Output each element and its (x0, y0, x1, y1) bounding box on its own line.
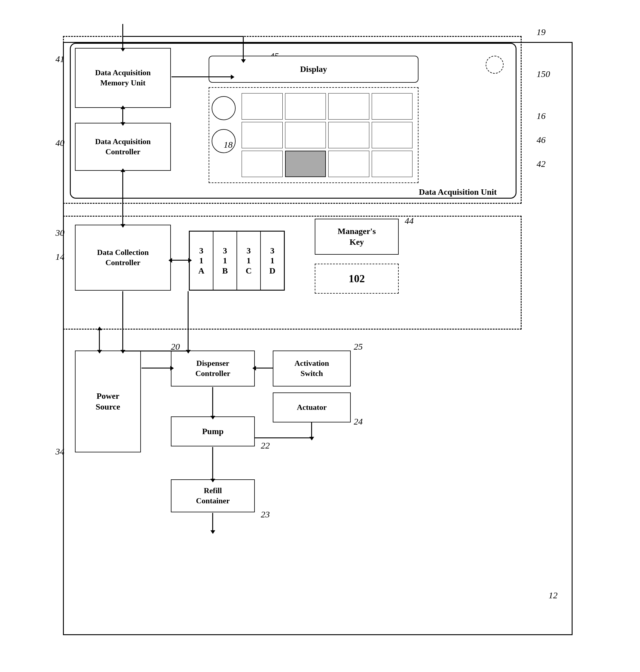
grid-cell-31c: 31C (237, 231, 261, 290)
dau-label: Data Acquisition Unit (419, 187, 497, 197)
arrow-dcu-up (99, 330, 100, 350)
ref-24: 24 (354, 416, 363, 427)
pump-label: Pump (202, 426, 224, 437)
arrow-refill-down (212, 513, 213, 531)
managers-key-102-box: 102 (315, 264, 399, 294)
dau-label-text: Data Acquisition Unit (419, 187, 497, 196)
activation-switch-label: ActivationSwitch (294, 358, 329, 379)
arrow-act-disp (256, 368, 273, 369)
dcc-label: Data CollectionController (97, 248, 149, 268)
ref-44: 44 (405, 216, 414, 226)
power-source-label: PowerSource (96, 391, 120, 413)
ref-40: 40 (56, 138, 64, 148)
dcc-box: Data CollectionController (75, 225, 171, 290)
ref-30: 30 (56, 228, 64, 238)
pump-box: Pump (171, 416, 255, 446)
grid-cell-31a: 31A (189, 231, 213, 290)
grid-31-table: 31A 31B 31C 31D (189, 231, 285, 290)
arrow-dcc-grid (172, 260, 189, 260)
diagram-container: 19 150 16 46 42 45 12 Display (45, 24, 591, 653)
activation-switch-box: ActivationSwitch (273, 350, 351, 387)
dac-box: Data AcquisitionController (75, 123, 171, 171)
key-11[interactable] (328, 151, 369, 177)
actuator-label: Actuator (297, 402, 327, 413)
dac-label: Data AcquisitionController (95, 137, 151, 157)
grid-cell-31d: 31D (261, 231, 284, 290)
keypad-area (209, 87, 419, 183)
ref-20: 20 (171, 342, 180, 352)
refill-container-label: RefillContainer (196, 486, 230, 506)
dispenser-controller-box: DispenserController (171, 350, 255, 387)
key-4[interactable] (372, 93, 413, 120)
arrow-act-pump (311, 422, 312, 437)
ref-19: 19 (537, 27, 546, 37)
ref-41: 41 (56, 54, 64, 64)
arrow-act-pump-h (255, 437, 312, 438)
arrow-damu-dac (122, 108, 123, 123)
power-source-box: PowerSource (75, 350, 141, 452)
arrow-pump-refill (212, 447, 213, 479)
key-6[interactable] (285, 122, 326, 148)
actuator-box: Actuator (273, 392, 351, 422)
button-grid (238, 90, 416, 180)
arrow-45-h (122, 36, 243, 37)
managers-key-box: Manager'sKey (315, 219, 399, 255)
key-5[interactable] (242, 122, 283, 148)
ref-14: 14 (56, 252, 64, 262)
key-7[interactable] (328, 122, 369, 148)
arrow-disp-pump (212, 387, 213, 416)
key-8[interactable] (372, 122, 413, 148)
arrow-damu-display (172, 76, 231, 77)
ref-34: 34 (56, 446, 64, 457)
managers-key-label: Manager'sKey (337, 226, 376, 248)
key-3[interactable] (328, 93, 369, 120)
conn-h-2 (122, 350, 188, 352)
ref-25: 25 (354, 342, 363, 352)
display-panel: Display (209, 56, 419, 83)
refill-container-box: RefillContainer (171, 479, 255, 512)
key-12[interactable] (372, 151, 413, 177)
key-9[interactable] (242, 151, 283, 177)
grid-cell-31b: 31B (213, 231, 237, 290)
key-10-dark[interactable] (285, 151, 326, 177)
key-1[interactable] (242, 93, 283, 120)
damu-box: Data AcquisitionMemory Unit (75, 48, 171, 108)
arrow-dcc-down2 (188, 291, 189, 350)
circle-150 (485, 56, 504, 74)
ref-23: 23 (261, 509, 270, 520)
circle-1 (212, 96, 236, 120)
arrow-45-dau (243, 36, 244, 60)
arrow-ps-disp (142, 368, 171, 369)
arrow-45-v2 (122, 24, 123, 48)
arrow-dac-dcc (122, 171, 123, 225)
ref-18: 18 (224, 139, 233, 150)
ref-12: 12 (549, 590, 557, 600)
display-label: Display (300, 64, 327, 74)
arrow-dcc-down (122, 291, 123, 350)
dispenser-controller-label: DispenserController (195, 358, 231, 379)
managers-key-102-label: 102 (349, 272, 365, 286)
ref-22: 22 (261, 440, 270, 451)
damu-label: Data AcquisitionMemory Unit (95, 68, 151, 88)
key-2[interactable] (285, 93, 326, 120)
